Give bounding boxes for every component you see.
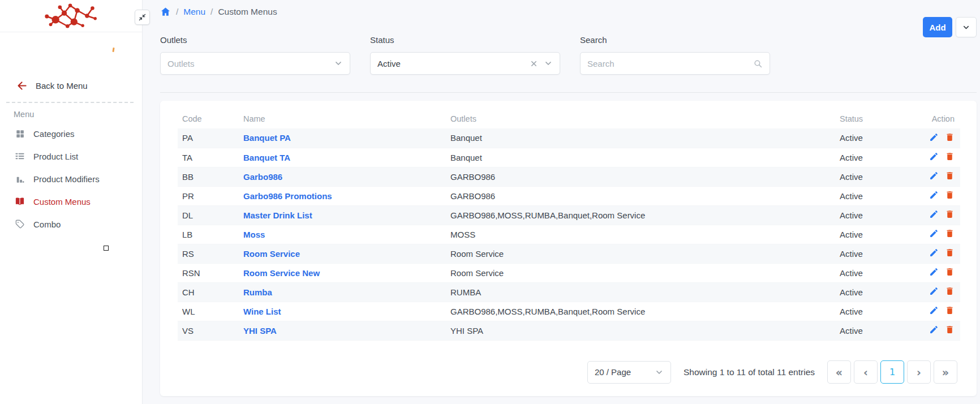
breadcrumb-menu-link[interactable]: Menu xyxy=(183,7,205,17)
page-size-select[interactable]: 20 / Page xyxy=(587,361,671,384)
row-code: LB xyxy=(178,225,239,244)
row-name-link[interactable]: Wine List xyxy=(243,307,281,316)
sidebar-item-product-list[interactable]: Product List xyxy=(0,145,142,167)
clear-icon[interactable] xyxy=(530,59,538,68)
delete-icon[interactable] xyxy=(945,248,955,257)
delete-icon[interactable] xyxy=(945,171,955,180)
delete-icon[interactable] xyxy=(945,325,955,334)
app-logo xyxy=(38,2,105,29)
chevron-down-icon xyxy=(655,368,664,377)
next-page-button[interactable]: › xyxy=(907,360,931,384)
sidebar-item-custom-menus[interactable]: Custom Menus xyxy=(0,190,142,213)
sidebar: Back to Menu Menu Categories Product Lis… xyxy=(0,0,143,404)
edit-icon[interactable] xyxy=(929,171,939,180)
sidebar-collapse-button[interactable] xyxy=(135,10,150,25)
search-input[interactable] xyxy=(587,59,747,68)
tag-icon xyxy=(15,220,25,229)
menu-section-label: Menu xyxy=(14,110,34,119)
row-name-link[interactable]: Banquet TA xyxy=(243,153,290,162)
delete-icon[interactable] xyxy=(945,209,955,219)
sidebar-item-categories[interactable]: Categories xyxy=(0,122,142,145)
custom-menus-table: Code Name Outlets Status Action PA Banqu… xyxy=(178,109,960,341)
edit-icon[interactable] xyxy=(929,132,939,142)
delete-icon[interactable] xyxy=(945,190,955,200)
chevron-down-icon[interactable] xyxy=(544,59,553,68)
delete-icon[interactable] xyxy=(945,152,955,161)
sidebar-item-combo[interactable]: Combo xyxy=(0,213,142,235)
row-code: BB xyxy=(178,167,239,186)
row-status: Active xyxy=(835,167,913,186)
home-icon[interactable] xyxy=(160,6,171,17)
row-status: Active xyxy=(835,244,913,263)
back-to-menu-link[interactable]: Back to Menu xyxy=(16,80,88,92)
row-outlets: GARBO986,MOSS,RUMBA,Banquet,Room Service xyxy=(446,205,835,225)
row-outlets: MOSS xyxy=(446,225,835,244)
table-header-row: Code Name Outlets Status Action xyxy=(178,109,960,128)
search-icon[interactable] xyxy=(753,59,763,68)
main-content: / Menu / Custom Menus Add Outlets Status xyxy=(143,0,980,404)
edit-icon[interactable] xyxy=(929,267,939,277)
add-dropdown-button[interactable] xyxy=(956,17,977,37)
row-name-link[interactable]: Room Service New xyxy=(243,268,320,278)
row-name-link[interactable]: Banquet PA xyxy=(243,133,291,143)
add-button[interactable]: Add xyxy=(923,17,952,37)
row-status: Active xyxy=(835,282,913,302)
row-outlets: Banquet xyxy=(446,128,835,148)
status-filter: Status xyxy=(370,35,560,75)
table-row: CH Rumba RUMBA Active xyxy=(178,282,960,302)
page-size-value: 20 / Page xyxy=(595,367,631,377)
row-code: PR xyxy=(178,186,239,205)
first-page-button[interactable]: « xyxy=(827,360,851,384)
row-name-link[interactable]: Garbo986 xyxy=(243,172,282,182)
edit-icon[interactable] xyxy=(929,152,939,161)
delete-icon[interactable] xyxy=(945,229,955,238)
book-icon xyxy=(15,196,25,207)
row-status: Active xyxy=(835,302,913,321)
outlets-select-input[interactable] xyxy=(167,59,328,68)
delete-icon[interactable] xyxy=(945,267,955,277)
table-card: Code Name Outlets Status Action PA Banqu… xyxy=(160,101,977,396)
edit-icon[interactable] xyxy=(929,286,939,296)
edit-icon[interactable] xyxy=(929,229,939,238)
delete-icon[interactable] xyxy=(945,306,955,315)
row-status: Active xyxy=(835,148,913,167)
row-name-link[interactable]: Master Drink List xyxy=(243,210,312,220)
table-row: VS YHI SPA YHI SPA Active xyxy=(178,321,960,340)
prev-page-button[interactable]: ‹ xyxy=(854,360,878,384)
row-name-link[interactable]: YHI SPA xyxy=(243,326,277,336)
top-actions: Add xyxy=(923,17,977,37)
sidebar-header xyxy=(0,0,142,32)
edit-icon[interactable] xyxy=(929,325,939,334)
current-page-button[interactable]: 1 xyxy=(880,360,904,384)
row-status: Active xyxy=(835,128,913,148)
column-header-name: Name xyxy=(239,109,446,128)
row-name-link[interactable]: Garbo986 Promotions xyxy=(243,191,332,201)
sidebar-item-label: Product List xyxy=(33,152,78,161)
search-field[interactable] xyxy=(580,52,770,75)
row-code: PA xyxy=(178,128,239,148)
edit-icon[interactable] xyxy=(929,306,939,315)
row-outlets: YHI SPA xyxy=(446,321,835,340)
edit-icon[interactable] xyxy=(929,209,939,219)
row-name-link[interactable]: Moss xyxy=(243,230,265,239)
chevron-down-icon[interactable] xyxy=(334,59,343,68)
pagination-buttons: « ‹ 1 › » xyxy=(827,360,957,384)
last-page-button[interactable]: » xyxy=(934,360,957,384)
table-row: BB Garbo986 GARBO986 Active xyxy=(178,167,960,186)
status-select[interactable] xyxy=(370,52,560,75)
delete-icon[interactable] xyxy=(945,286,955,296)
row-name-link[interactable]: Room Service xyxy=(243,249,300,259)
column-header-action: Action xyxy=(913,109,960,128)
row-status: Active xyxy=(835,225,913,244)
sidebar-divider xyxy=(6,102,134,103)
outlets-select[interactable] xyxy=(160,52,350,75)
sidebar-item-product-modifiers[interactable]: Product Modifiers xyxy=(0,167,142,190)
table-row: TA Banquet TA Banquet Active xyxy=(178,148,960,167)
edit-icon[interactable] xyxy=(929,248,939,257)
pagination-summary: Showing 1 to 11 of total 11 entries xyxy=(684,367,815,377)
status-select-input[interactable] xyxy=(377,59,524,68)
sidebar-nav: Categories Product List Product Modifi xyxy=(0,122,142,235)
edit-icon[interactable] xyxy=(929,190,939,200)
delete-icon[interactable] xyxy=(945,132,955,142)
row-name-link[interactable]: Rumba xyxy=(243,287,272,297)
